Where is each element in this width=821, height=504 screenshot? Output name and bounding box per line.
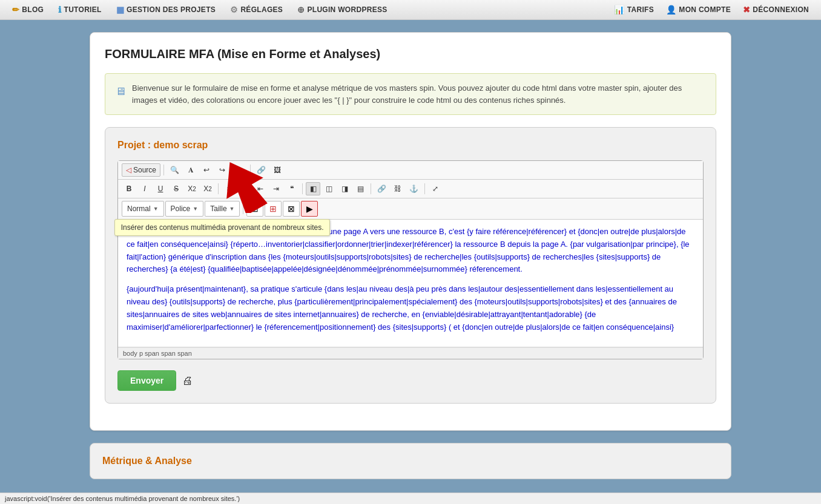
submit-icon: 🖨 [182, 375, 193, 387]
info-box-text: Bienvenue sur le formulaire de mise en f… [132, 82, 706, 106]
font-label: Police [171, 205, 191, 213]
tb-table-edit[interactable]: ⊠ [283, 201, 300, 217]
tb-link[interactable]: 🔗 [254, 163, 269, 177]
tb-redo[interactable]: ↪ [215, 163, 229, 177]
toolbar-row-3: Normal ▼ Police ▼ Taille ▼ ⊞ ⊞ ⊠ [118, 198, 703, 220]
nav-plugin-wordpress[interactable]: ⊕ PLUGIN WORDPRESS [297, 5, 387, 15]
nav-blog-label: BLOG [22, 5, 44, 14]
account-icon: 👤 [666, 5, 676, 15]
tb-fullscreen[interactable]: ⤢ [428, 182, 443, 195]
format-arrow-icon: ▼ [153, 206, 159, 212]
nav-projets-label: GESTION DES PROJETS [127, 5, 216, 14]
wordpress-icon: ⊕ [297, 5, 305, 15]
separator-7 [243, 203, 243, 214]
tb-underline[interactable]: U [153, 182, 168, 195]
nav-tutoriel[interactable]: ℹ TUTORIEL [58, 5, 102, 15]
tb-font-a1[interactable]: 𝐀 [183, 163, 198, 177]
nav-deconnexion[interactable]: ✖ DÉCONNEXION [743, 5, 809, 15]
source-button[interactable]: ◁ Source [122, 163, 160, 177]
submit-section: Envoyer 🖨 [117, 370, 704, 391]
tb-indent[interactable]: ⇥ [269, 182, 283, 195]
tb-code[interactable]: </> [231, 163, 247, 177]
separator-6 [424, 183, 425, 194]
font-arrow-icon: ▼ [193, 206, 198, 212]
source-icon: ◁ [126, 166, 131, 174]
project-card: Projet : demo scrap ◁ Source 🔍 𝐀 ↩ ↪ </> [105, 127, 716, 404]
gear-icon: ⚙ [230, 5, 238, 15]
tb-table-grid[interactable]: ⊞ [246, 201, 263, 217]
tb-list-ordered[interactable]: ≡ [222, 182, 236, 195]
editor-content-area[interactable]: {|}{Faire {un lien|un backlink|un lien h… [118, 220, 703, 347]
format-label: Normal [127, 205, 151, 213]
tb-superscript[interactable]: X2 [200, 182, 215, 195]
separator-3 [218, 183, 219, 194]
info-box-icon: 🖥 [115, 83, 126, 100]
tb-media-insert[interactable]: ▶ [301, 201, 318, 217]
editor-container: ◁ Source 🔍 𝐀 ↩ ↪ </> 🔗 🖼 B I [117, 160, 704, 359]
nav-tarifs[interactable]: 📊 TARIFS [614, 5, 654, 15]
tb-bold[interactable]: B [122, 182, 136, 195]
main-container: FORMULAIRE MFA (Mise en Forme et Analyse… [77, 32, 744, 479]
tarifs-icon: 📊 [614, 5, 624, 15]
tb-align-right[interactable]: ◨ [337, 182, 352, 195]
separator-1 [163, 165, 164, 175]
tb-list-unordered[interactable]: ☰ [237, 182, 252, 195]
nav-right: 📊 TARIFS 👤 MON COMPTE ✖ DÉCONNEXION [614, 5, 809, 15]
tb-undo[interactable]: ↩ [199, 163, 214, 177]
nav-tutoriel-label: TUTORIEL [64, 5, 102, 14]
tb-search[interactable]: 🔍 [167, 163, 182, 177]
format-dropdown[interactable]: Normal ▼ [122, 201, 164, 217]
toolbar-row-2: B I U S X2 X2 ≡ ☰ ⇤ ⇥ ❝ ◧ ◫ ◨ ▤ [118, 180, 703, 198]
nav-compte-label: MON COMPTE [679, 5, 731, 14]
tb-strikethrough[interactable]: S [169, 182, 183, 195]
nav-plugin-label: PLUGIN WORDPRESS [307, 5, 387, 14]
tb-anchor[interactable]: ⚓ [406, 182, 421, 195]
project-title: Projet : demo scrap [117, 140, 704, 151]
separator-5 [371, 183, 371, 194]
tb-blockquote[interactable]: ❝ [285, 182, 299, 195]
info-icon: ℹ [58, 5, 61, 15]
metrique-card: Métrique & Analyse [90, 443, 731, 479]
separator-2 [250, 165, 251, 175]
tb-outdent[interactable]: ⇤ [253, 182, 268, 195]
main-card: FORMULAIRE MFA (Mise en Forme et Analyse… [90, 32, 731, 431]
tb-align-left[interactable]: ◧ [306, 182, 320, 195]
size-arrow-icon: ▼ [229, 206, 235, 212]
nav-reglages-label: RÉGLAGES [240, 5, 283, 14]
separator-4 [302, 183, 303, 194]
submit-button[interactable]: Envoyer [117, 370, 176, 391]
nav-reglages[interactable]: ⚙ RÉGLAGES [230, 5, 283, 15]
toolbar-row-1: ◁ Source 🔍 𝐀 ↩ ↪ </> 🔗 🖼 [118, 161, 703, 180]
tb-image[interactable]: 🖼 [270, 163, 285, 177]
size-dropdown[interactable]: Taille ▼ [205, 201, 240, 217]
pencil-icon: ✏ [12, 5, 19, 15]
tb-table-insert[interactable]: ⊞ [265, 201, 282, 217]
editor-statusbar: body p span span span [118, 347, 703, 359]
tb-align-justify[interactable]: ▤ [353, 182, 368, 195]
tb-align-center[interactable]: ◫ [321, 182, 336, 195]
tb-link2[interactable]: 🔗 [374, 182, 389, 195]
font-dropdown[interactable]: Police ▼ [165, 201, 204, 217]
media-tooltip: Insérer des contenus multimédia provenan… [114, 219, 331, 236]
statusbar-text: body p span span span [123, 350, 192, 357]
nav-tarifs-label: TARIFS [627, 5, 654, 14]
nav-blog[interactable]: ✏ BLOG [12, 5, 44, 15]
info-box: 🖥 Bienvenue sur le formulaire de mise en… [105, 73, 716, 115]
source-label: Source [133, 166, 156, 174]
media-tooltip-container: ▶ Insérer des contenus multimédia proven… [301, 201, 318, 217]
size-label: Taille [210, 205, 226, 213]
close-icon: ✖ [743, 5, 750, 15]
tb-subscript[interactable]: X2 [185, 182, 199, 195]
editor-paragraph-2: {aujourd'hui|a présent|maintenant}, sa p… [127, 283, 694, 333]
tb-italic[interactable]: I [137, 182, 152, 195]
page-title: FORMULAIRE MFA (Mise en Forme et Analyse… [105, 47, 716, 61]
nav-mon-compte[interactable]: 👤 MON COMPTE [666, 5, 731, 15]
grid-icon: ▦ [116, 5, 124, 15]
nav-deconnexion-label: DÉCONNEXION [753, 5, 809, 14]
tb-unlink[interactable]: ⛓ [391, 182, 405, 195]
top-navigation: ✏ BLOG ℹ TUTORIEL ▦ GESTION DES PROJETS … [0, 0, 821, 20]
nav-gestion-projets[interactable]: ▦ GESTION DES PROJETS [116, 5, 216, 15]
metrique-title: Métrique & Analyse [102, 456, 719, 466]
